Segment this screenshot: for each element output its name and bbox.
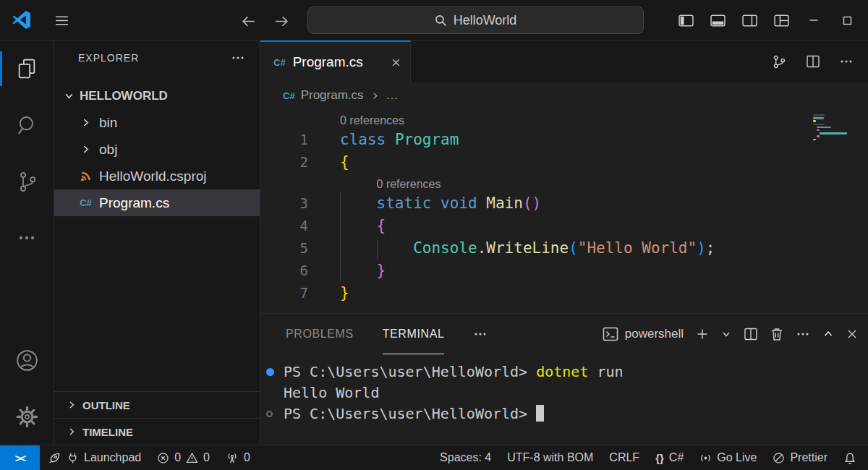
activity-item-explorer[interactable] — [0, 40, 54, 97]
back-button[interactable] — [239, 12, 258, 30]
circle-slash-icon — [773, 452, 785, 464]
indent-guide — [340, 237, 341, 260]
tab-problems[interactable]: PROBLEMS — [286, 314, 354, 354]
file-tree: HELLOWORLD binobjHelloWorld.csprojC#Prog… — [54, 75, 260, 216]
code-line: 4 { — [260, 215, 868, 237]
codelens-references[interactable]: 0 references — [377, 178, 441, 190]
codelens-references[interactable]: 0 references — [340, 114, 404, 127]
chevron-right-icon — [370, 91, 380, 101]
maximize-panel-icon[interactable] — [822, 328, 834, 340]
indentation-item[interactable]: Spaces: 4 — [432, 445, 499, 470]
more-panel-tabs-icon[interactable] — [473, 314, 488, 354]
breadcrumb-symbol[interactable]: … — [386, 88, 399, 103]
file-label: Program.cs — [99, 195, 169, 211]
activity-item-search[interactable] — [0, 97, 54, 153]
toggle-secondary-sidebar-icon[interactable] — [736, 7, 762, 33]
explorer-header: EXPLORER — [54, 40, 260, 75]
tab-program-cs[interactable]: C# Program.cs — [260, 40, 411, 82]
more-terminal-actions-icon[interactable] — [796, 327, 810, 341]
new-terminal-icon[interactable] — [696, 328, 709, 341]
prettier-item[interactable]: Prettier — [765, 445, 835, 470]
customize-layout-icon[interactable] — [768, 7, 794, 33]
language-item[interactable]: {} C# — [647, 445, 692, 470]
code-editor[interactable]: 0 references1class Program2{0 references… — [260, 108, 868, 313]
command-center-search[interactable]: HelloWorld — [307, 7, 644, 34]
minimap[interactable] — [813, 114, 858, 142]
toggle-panel-icon[interactable] — [705, 7, 731, 33]
minimize-button[interactable] — [800, 7, 827, 33]
error-count: 0 — [174, 451, 181, 464]
forward-button[interactable] — [272, 12, 291, 30]
line-number: 3 — [260, 192, 308, 215]
kill-terminal-icon[interactable] — [770, 327, 783, 341]
settings-icon — [15, 405, 39, 429]
explorer-title: EXPLORER — [78, 52, 139, 64]
source-control-graph-icon[interactable] — [772, 54, 787, 69]
tab-terminal[interactable]: TERMINAL — [383, 314, 445, 354]
code-line: 3 static void Main() — [260, 192, 868, 215]
xml-file-icon — [79, 169, 93, 183]
remote-indicator[interactable]: >< — [0, 445, 40, 470]
notifications-item[interactable] — [835, 445, 868, 470]
toggle-primary-sidebar-icon[interactable] — [673, 7, 699, 33]
ports-item[interactable]: 0 — [218, 445, 258, 470]
breadcrumb-file[interactable]: C# Program.cs — [283, 88, 364, 103]
maximize-button[interactable] — [833, 7, 861, 33]
csharp-file-icon: C# — [273, 57, 286, 68]
file-label: bin — [99, 115, 117, 131]
command-decoration-filled[interactable] — [266, 368, 284, 376]
indent-guide — [340, 192, 341, 215]
activity-item-more[interactable] — [0, 210, 54, 266]
code-line: 6 } — [260, 260, 868, 282]
explorer-icon — [16, 58, 38, 80]
line-number — [260, 110, 308, 129]
more-editor-actions-icon[interactable] — [839, 54, 854, 69]
terminal-output[interactable]: PS C:\Users\user\HelloWorld> dotnet runH… — [260, 354, 868, 445]
line-number — [260, 174, 308, 192]
chevron-right-icon — [67, 427, 77, 437]
launchpad-item[interactable]: Launchpad — [40, 445, 149, 470]
search-text: HelloWorld — [454, 13, 517, 28]
activity-item-source-control[interactable] — [0, 153, 54, 210]
terminal-dropdown-icon[interactable] — [721, 329, 731, 339]
panel-header: PROBLEMS TERMINAL powershell — [260, 314, 868, 354]
title-bar: HelloWorld — [0, 0, 868, 40]
problems-item[interactable]: 0 0 — [149, 445, 218, 470]
code-line: 1class Program — [260, 129, 868, 151]
eol-item[interactable]: CRLF — [601, 445, 647, 470]
terminal-shell-item[interactable]: powershell — [603, 327, 684, 341]
file-label: HelloWorld.csproj — [99, 168, 207, 184]
timeline-section[interactable]: TIMELINE — [54, 418, 260, 445]
split-terminal-icon[interactable] — [744, 327, 758, 341]
file-item-program-cs[interactable]: C#Program.cs — [54, 189, 260, 216]
terminal-cursor — [536, 405, 544, 422]
go-live-item[interactable]: Go Live — [692, 445, 765, 470]
tab-label: Program.cs — [293, 54, 363, 70]
close-panel-icon[interactable] — [846, 328, 858, 340]
activity-item-account[interactable] — [0, 332, 54, 388]
plug-icon — [67, 452, 79, 464]
explorer-more-icon[interactable] — [231, 51, 245, 65]
activity-bar — [0, 40, 54, 445]
file-item-obj[interactable]: obj — [54, 136, 260, 163]
root-folder-row[interactable]: HELLOWORLD — [54, 82, 260, 109]
terminal-line: Hello World — [266, 383, 868, 403]
split-editor-icon[interactable] — [806, 54, 820, 69]
line-number: 5 — [260, 237, 308, 260]
outline-section[interactable]: OUTLINE — [54, 391, 260, 418]
indent-guide — [340, 215, 341, 237]
codelens-row: 0 references — [260, 174, 868, 192]
file-item-helloworld-csproj[interactable]: HelloWorld.csproj — [54, 163, 260, 189]
close-tab-icon[interactable] — [391, 57, 401, 68]
command-decoration-hollow[interactable] — [266, 411, 284, 417]
file-item-bin[interactable]: bin — [54, 109, 260, 136]
breadcrumb: C# Program.cs … — [260, 82, 868, 108]
indent-guide — [340, 260, 341, 282]
activity-item-settings[interactable] — [0, 388, 54, 445]
line-number: 2 — [260, 151, 308, 174]
code-lines: 0 references1class Program2{0 references… — [260, 110, 868, 304]
encoding-item[interactable]: UTF-8 with BOM — [499, 445, 601, 470]
chevron-right-icon — [67, 400, 77, 410]
menu-icon[interactable] — [54, 12, 70, 29]
source-control-icon — [16, 171, 38, 193]
